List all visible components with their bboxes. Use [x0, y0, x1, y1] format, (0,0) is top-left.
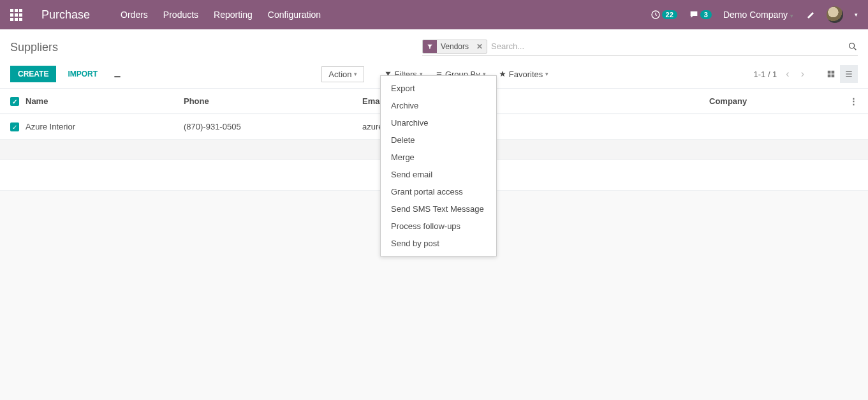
download-icon[interactable]: [113, 70, 122, 78]
col-phone-header[interactable]: Phone: [184, 96, 362, 106]
row-checkbox[interactable]: ✓: [10, 122, 19, 131]
kanban-view-button[interactable]: [822, 65, 840, 83]
nav-configuration[interactable]: Configuration: [268, 10, 321, 20]
cell-name: Azure Interior: [26, 122, 184, 131]
cell-phone: (870)-931-0505: [184, 122, 362, 131]
svg-rect-3: [832, 71, 835, 74]
action-delete[interactable]: Delete: [381, 131, 496, 149]
action-archive[interactable]: Archive: [381, 97, 496, 114]
activity-button[interactable]: 22: [651, 10, 677, 20]
action-dropdown-menu: Export Archive Unarchive Delete Merge Se…: [380, 75, 497, 256]
col-name-header[interactable]: Name: [26, 96, 184, 106]
pager[interactable]: 1-1 / 1: [753, 70, 777, 79]
top-nav: Purchase Orders Products Reporting Confi…: [0, 0, 868, 29]
svg-rect-2: [828, 71, 831, 74]
select-all-checkbox[interactable]: ✓: [10, 97, 19, 106]
apps-icon[interactable]: [10, 9, 22, 21]
kanban-icon: [827, 70, 835, 78]
nav-products[interactable]: Products: [163, 10, 198, 20]
create-button[interactable]: CREATE: [10, 66, 56, 82]
app-brand[interactable]: Purchase: [41, 8, 90, 22]
chat-icon: [689, 10, 699, 20]
search-bar: Vendors ✕: [422, 40, 858, 56]
nav-orders[interactable]: Orders: [121, 10, 148, 20]
star-icon: [499, 70, 506, 78]
svg-rect-5: [832, 75, 835, 78]
col-company-header[interactable]: Company: [709, 96, 845, 106]
activity-badge: 22: [662, 10, 677, 19]
action-label: Action: [328, 70, 351, 79]
action-send-sms[interactable]: Send SMS Text Message: [381, 200, 496, 218]
user-avatar[interactable]: [827, 6, 843, 23]
caret-down-icon: ▾: [790, 13, 793, 19]
action-send-email[interactable]: Send email: [381, 166, 496, 183]
action-unarchive[interactable]: Unarchive: [381, 114, 496, 131]
search-input[interactable]: [491, 41, 844, 51]
svg-rect-4: [828, 75, 831, 78]
action-export[interactable]: Export: [381, 80, 496, 97]
facet-remove[interactable]: ✕: [473, 42, 487, 51]
list-icon: [844, 70, 853, 78]
user-caret-icon: ▾: [855, 11, 858, 18]
import-button[interactable]: IMPORT: [60, 66, 105, 82]
action-followups[interactable]: Process follow-ups: [381, 218, 496, 235]
chat-badge: 3: [700, 10, 712, 19]
svg-point-1: [850, 43, 855, 48]
favorites-label: Favorites: [509, 70, 543, 79]
action-grant-portal[interactable]: Grant portal access: [381, 183, 496, 200]
nav-links: Orders Products Reporting Configuration: [121, 10, 321, 20]
search-icon[interactable]: [848, 41, 858, 52]
page-title: Suppliers: [10, 41, 58, 54]
filter-icon: [423, 40, 437, 53]
action-send-post[interactable]: Send by post: [381, 235, 496, 252]
favorites-button[interactable]: Favorites▾: [494, 67, 554, 82]
company-label: Demo Company: [723, 10, 788, 20]
debug-icon[interactable]: [805, 10, 815, 20]
clock-icon: [651, 10, 661, 20]
pager-prev[interactable]: ‹: [783, 68, 791, 80]
list-view-button[interactable]: [840, 65, 858, 83]
action-merge[interactable]: Merge: [381, 149, 496, 166]
company-switcher[interactable]: Demo Company ▾: [723, 10, 793, 20]
optional-fields-toggle[interactable]: ⋮: [845, 96, 858, 106]
caret-down-icon: ▾: [354, 71, 357, 77]
nav-reporting[interactable]: Reporting: [214, 10, 253, 20]
caret-down-icon: ▾: [545, 71, 548, 77]
pager-next[interactable]: ›: [798, 68, 807, 80]
search-facet: Vendors ✕: [422, 40, 487, 54]
action-dropdown-button[interactable]: Action▾: [321, 66, 364, 82]
facet-label: Vendors: [437, 42, 473, 51]
discuss-button[interactable]: 3: [689, 10, 712, 20]
